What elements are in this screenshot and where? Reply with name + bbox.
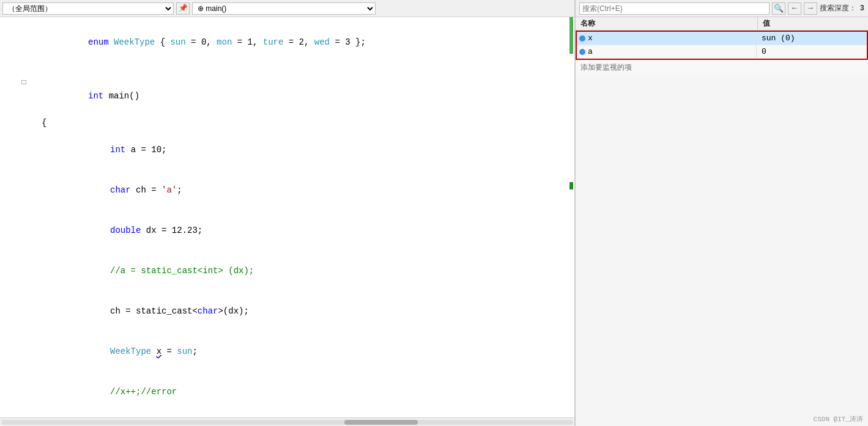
watch-row-x[interactable]: x sun (0): [577, 32, 867, 45]
green-bar-mid: [569, 182, 573, 189]
watch-row-a[interactable]: a 0: [577, 45, 867, 59]
code-line-int-a: int a = 10;: [0, 130, 574, 170]
code-line-comment-2: //x++;//error: [0, 372, 574, 412]
code-editor: （全局范围） 📌 ⊕ main() enum WeekType { sun = …: [0, 0, 575, 426]
code-line-1: enum WeekType { sun = 0, mon = 1, ture =…: [0, 22, 574, 62]
code-toolbar: （全局范围） 📌 ⊕ main(): [0, 0, 574, 17]
scope-dropdown[interactable]: （全局范围）: [2, 2, 174, 15]
watch-icon-dot-a: [579, 49, 585, 55]
horizontal-scrollbar[interactable]: [0, 417, 574, 426]
watch-row-x-name: x: [577, 32, 757, 45]
watch-row-a-value: 0: [757, 45, 867, 58]
green-bar-top: [569, 17, 573, 54]
watch-icon-dot-x: [579, 35, 585, 42]
code-line-char-ch: char ch = 'a';: [0, 170, 574, 210]
watch-row-x-value: sun (0): [757, 32, 867, 45]
code-line-blank: [0, 62, 574, 76]
col-value-header: 值: [758, 17, 868, 30]
nav-right-icon: →: [808, 4, 813, 13]
margin-bar: [568, 17, 573, 417]
watch-add-hint[interactable]: 添加要监视的项: [576, 60, 868, 75]
depth-value: 3: [860, 4, 864, 13]
watch-footer: [576, 75, 868, 426]
code-line-comment-1: //a = static_cast<int> (dx);: [0, 251, 574, 291]
func-dropdown[interactable]: ⊕ main(): [192, 2, 376, 15]
code-line-ch-cast: ch = static_cast<char>(dx);: [0, 291, 574, 331]
scrollbar-track[interactable]: [1, 420, 573, 425]
code-line-weektype-x: WeekType x = sun;: [0, 331, 574, 372]
code-content: enum WeekType { sun = 0, mon = 1, ture =…: [34, 22, 574, 62]
watermark: CSDN @IT_涛涛: [814, 414, 863, 424]
watch-toolbar: 🔍 ← → 搜索深度： 3: [576, 0, 868, 17]
code-line-main: □ int main(): [0, 76, 574, 116]
watch-rows-container: x sun (0) a 0: [576, 31, 868, 60]
nav-left-icon: ←: [792, 4, 797, 13]
code-line-brace-open: {: [0, 116, 574, 130]
search-icon: 🔍: [774, 4, 784, 13]
nav-right-btn[interactable]: →: [804, 2, 817, 15]
search-icon-btn[interactable]: 🔍: [772, 2, 785, 15]
scrollbar-thumb[interactable]: [344, 420, 418, 425]
nav-left-btn[interactable]: ←: [788, 2, 801, 15]
search-input[interactable]: [579, 2, 770, 15]
watch-panel: 🔍 ← → 搜索深度： 3 名称 值 x sun (0): [575, 0, 868, 426]
pin-button[interactable]: 📌: [176, 2, 190, 15]
watch-row-a-name: a: [577, 45, 757, 58]
col-name-header: 名称: [576, 17, 758, 30]
code-line-double-dx: double dx = 12.23;: [0, 210, 574, 251]
code-body: enum WeekType { sun = 0, mon = 1, ture =…: [0, 17, 574, 417]
watch-header: 名称 值: [576, 17, 868, 31]
depth-label: 搜索深度：: [820, 3, 856, 13]
code-line-a-eq-x: a = x;: [0, 412, 574, 417]
